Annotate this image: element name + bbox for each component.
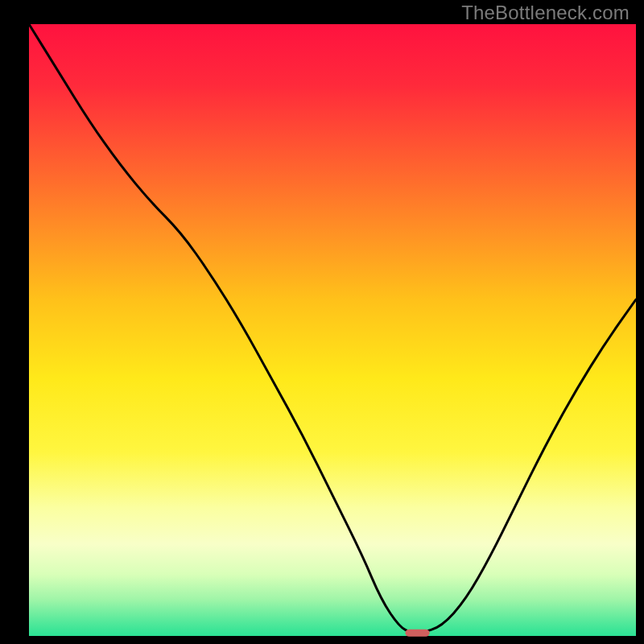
watermark-text: TheBottleneck.com (461, 2, 630, 24)
gradient-background (29, 24, 636, 636)
chart-svg (0, 0, 644, 644)
chart-container: TheBottleneck.com (0, 0, 644, 644)
optimal-marker (405, 630, 429, 637)
